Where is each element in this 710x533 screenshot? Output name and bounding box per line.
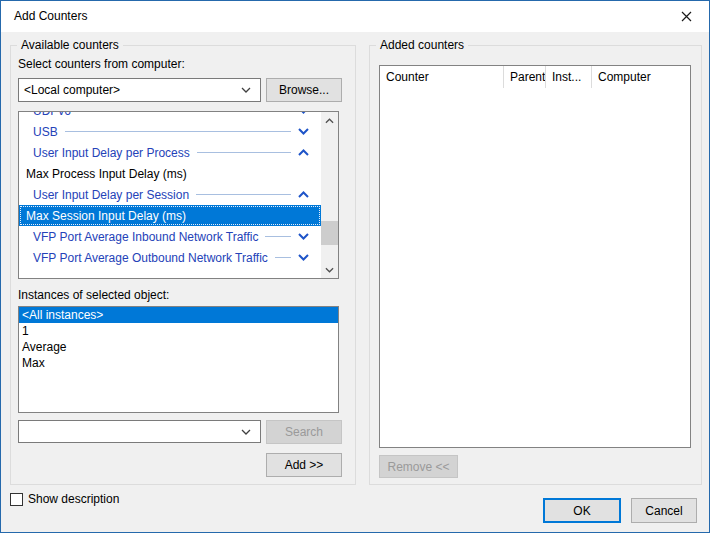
computer-combo-value: <Local computer> bbox=[19, 83, 241, 97]
scrollbar-down-button[interactable] bbox=[321, 261, 338, 278]
chevron-down-icon[interactable] bbox=[298, 112, 309, 114]
counter-row[interactable]: Max Process Input Delay (ms) bbox=[19, 163, 321, 184]
counters-list-content: UDPv6USBUser Input Delay per ProcessMax … bbox=[19, 112, 321, 278]
scrollbar-thumb[interactable] bbox=[321, 221, 338, 245]
column-header[interactable]: Parent bbox=[504, 66, 546, 88]
chevron-up-icon[interactable] bbox=[298, 149, 309, 156]
ok-button[interactable]: OK bbox=[543, 498, 621, 523]
counters-scrollbar[interactable] bbox=[321, 112, 338, 278]
show-description-checkbox[interactable]: Show description bbox=[10, 491, 119, 507]
chevron-down-icon[interactable] bbox=[298, 128, 309, 135]
computer-combo[interactable]: <Local computer> bbox=[18, 78, 261, 102]
checkbox-box-icon[interactable] bbox=[10, 493, 23, 506]
group-rule-line bbox=[265, 236, 291, 237]
chevron-up-icon bbox=[325, 118, 334, 124]
search-combo[interactable] bbox=[18, 420, 261, 443]
group-rule-line bbox=[65, 131, 291, 132]
search-button[interactable]: Search bbox=[266, 420, 342, 444]
select-computer-label: Select counters from computer: bbox=[18, 57, 185, 71]
column-header[interactable]: Inst... bbox=[546, 66, 592, 88]
instance-row[interactable]: <All instances> bbox=[19, 307, 338, 323]
counter-label: UDPv6 bbox=[33, 112, 71, 118]
counter-group-row[interactable]: User Input Delay per Session bbox=[19, 184, 321, 205]
column-header[interactable]: Counter bbox=[380, 66, 504, 88]
available-counters-group-label: Available counters bbox=[17, 38, 123, 52]
counter-label: User Input Delay per Session bbox=[33, 188, 189, 202]
added-counters-group-label: Added counters bbox=[376, 38, 468, 52]
add-counters-dialog: Add Counters Available counters Select c… bbox=[0, 0, 710, 533]
instances-label: Instances of selected object: bbox=[18, 288, 169, 302]
group-rule-line bbox=[275, 257, 291, 258]
instance-row[interactable]: Average bbox=[19, 339, 338, 355]
instances-list[interactable]: <All instances>1AverageMax bbox=[18, 306, 339, 413]
counter-group-row[interactable]: USB bbox=[19, 121, 321, 142]
chevron-down-icon bbox=[241, 429, 251, 435]
window-title: Add Counters bbox=[14, 1, 87, 31]
added-counters-table[interactable]: CounterParentInst...Computer bbox=[379, 65, 691, 448]
instance-row[interactable]: 1 bbox=[19, 323, 338, 339]
instance-row[interactable]: Max bbox=[19, 355, 338, 371]
remove-button[interactable]: Remove << bbox=[379, 455, 458, 478]
counter-label: Max Session Input Delay (ms) bbox=[26, 209, 186, 223]
titlebar: Add Counters bbox=[1, 1, 709, 32]
added-counters-table-header: CounterParentInst...Computer bbox=[380, 66, 690, 88]
chevron-down-icon bbox=[241, 87, 251, 93]
chevron-down-icon bbox=[325, 267, 334, 273]
browse-button[interactable]: Browse... bbox=[266, 78, 342, 102]
close-button[interactable] bbox=[673, 5, 699, 28]
counter-label: Max Process Input Delay (ms) bbox=[26, 167, 187, 181]
counter-label: VFP Port Average Outbound Network Traffi… bbox=[33, 251, 268, 265]
counter-group-row[interactable]: VFP Port Average Outbound Network Traffi… bbox=[19, 247, 321, 268]
counter-row[interactable]: Max Session Input Delay (ms) bbox=[19, 205, 321, 226]
counters-list[interactable]: UDPv6USBUser Input Delay per ProcessMax … bbox=[18, 111, 339, 279]
scrollbar-up-button[interactable] bbox=[321, 112, 338, 129]
add-button[interactable]: Add >> bbox=[266, 453, 342, 477]
counter-label: VFP Port Average Inbound Network Traffic bbox=[33, 230, 258, 244]
group-rule-line bbox=[196, 194, 291, 195]
counter-group-row[interactable]: VFP Port Average Inbound Network Traffic bbox=[19, 226, 321, 247]
group-rule-line bbox=[197, 152, 291, 153]
chevron-down-icon[interactable] bbox=[298, 254, 309, 261]
counter-label: USB bbox=[33, 125, 58, 139]
close-icon bbox=[681, 11, 692, 22]
show-description-label: Show description bbox=[28, 492, 119, 506]
counter-group-row[interactable]: UDPv6 bbox=[19, 112, 321, 121]
counter-group-row[interactable]: User Input Delay per Process bbox=[19, 142, 321, 163]
cancel-button[interactable]: Cancel bbox=[631, 498, 697, 523]
counter-label: User Input Delay per Process bbox=[33, 146, 190, 160]
chevron-up-icon[interactable] bbox=[298, 191, 309, 198]
column-header[interactable]: Computer bbox=[592, 66, 690, 88]
chevron-down-icon[interactable] bbox=[298, 233, 309, 240]
